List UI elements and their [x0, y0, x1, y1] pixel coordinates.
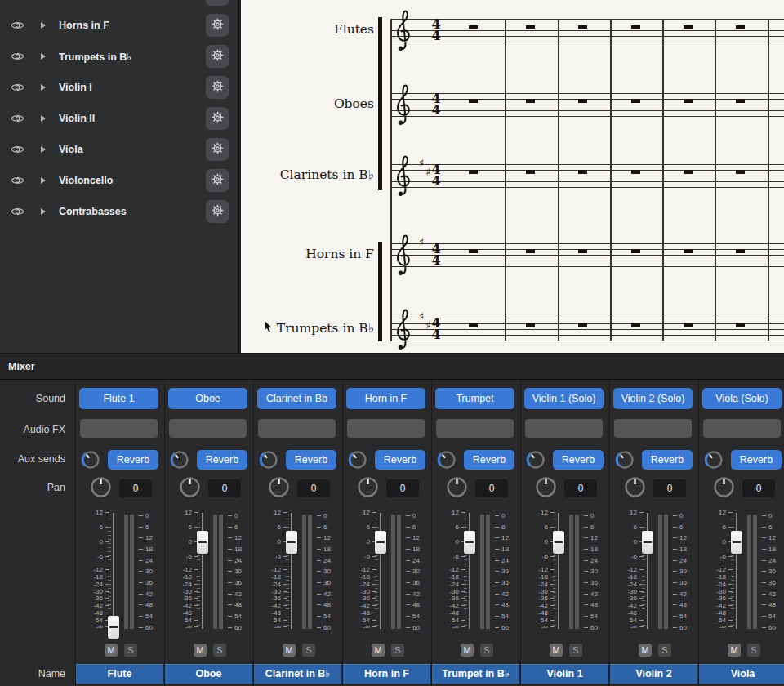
aux-send-knob[interactable]	[615, 450, 635, 470]
solo-button[interactable]: S	[569, 644, 582, 657]
pan-knob[interactable]	[624, 476, 646, 498]
pan-value[interactable]: 0	[386, 479, 419, 497]
aux-send-knob[interactable]	[526, 450, 546, 470]
track-settings-gear-button[interactable]	[206, 200, 229, 223]
fader-handle[interactable]	[464, 531, 475, 554]
sound-button[interactable]: Horn in F	[346, 388, 425, 409]
channel-name-bar[interactable]: Flute	[76, 664, 163, 684]
aux-send-knob[interactable]	[704, 450, 724, 470]
visibility-eye-icon[interactable]	[10, 138, 24, 161]
pan-knob[interactable]	[446, 476, 468, 498]
visibility-eye-icon[interactable]	[10, 76, 24, 99]
audio-fx-slot[interactable]	[614, 419, 692, 438]
mute-button[interactable]: M	[372, 644, 385, 657]
mute-button[interactable]: M	[283, 644, 296, 657]
reverb-send-button[interactable]: Reverb	[286, 450, 336, 470]
channel-name-bar[interactable]: Viola	[699, 664, 784, 684]
sound-button[interactable]: Oboe	[168, 388, 247, 409]
sound-button[interactable]: Clarinet in Bb	[257, 388, 336, 409]
reverb-send-button[interactable]: Reverb	[375, 450, 425, 470]
reverb-send-button[interactable]: Reverb	[108, 450, 158, 470]
solo-button[interactable]: S	[747, 644, 760, 657]
sound-button[interactable]: Flute 1	[79, 388, 158, 409]
track-settings-gear-button[interactable]	[206, 14, 229, 37]
solo-button[interactable]: S	[391, 644, 404, 657]
pan-value[interactable]: 0	[653, 479, 686, 497]
audio-fx-slot[interactable]	[436, 419, 514, 438]
visibility-eye-icon[interactable]	[10, 45, 24, 68]
pan-value[interactable]: 0	[119, 479, 152, 497]
pan-knob[interactable]	[713, 476, 735, 498]
pan-knob[interactable]	[357, 476, 379, 498]
track-settings-gear-button[interactable]	[206, 107, 229, 130]
expand-caret-icon[interactable]	[41, 177, 46, 184]
aux-send-knob[interactable]	[437, 450, 457, 470]
pan-knob[interactable]	[268, 476, 290, 498]
mute-button[interactable]: M	[194, 644, 207, 657]
audio-fx-slot[interactable]	[80, 419, 158, 438]
expand-caret-icon[interactable]	[41, 208, 46, 215]
track-settings-gear-button[interactable]	[206, 45, 229, 68]
audio-fx-slot[interactable]	[169, 419, 247, 438]
audio-fx-slot[interactable]	[347, 419, 425, 438]
expand-caret-icon[interactable]	[41, 146, 46, 153]
reverb-send-button[interactable]: Reverb	[553, 450, 604, 470]
aux-send-knob[interactable]	[348, 450, 368, 470]
audio-fx-slot[interactable]	[258, 419, 336, 438]
channel-name-bar[interactable]: Trumpet in B♭	[432, 664, 519, 684]
visibility-eye-icon[interactable]	[10, 14, 24, 37]
channel-name-bar[interactable]: Clarinet in B♭	[254, 664, 341, 684]
sound-button[interactable]: Viola (Solo)	[702, 388, 782, 409]
track-settings-gear-button[interactable]	[206, 169, 229, 192]
pan-knob[interactable]	[179, 476, 201, 498]
fader-handle[interactable]	[553, 531, 564, 554]
score-area[interactable]: Flutes 4 4 Oboes 4 4 Clarine	[241, 0, 784, 353]
fader-handle[interactable]	[642, 531, 653, 554]
mute-button[interactable]: M	[461, 644, 474, 657]
mute-button[interactable]: M	[105, 644, 118, 657]
channel-name-bar[interactable]: Oboe	[165, 664, 252, 684]
sound-button[interactable]: Violin 1 (Solo)	[524, 388, 604, 409]
fader-track[interactable]	[113, 513, 114, 629]
solo-button[interactable]: S	[480, 644, 493, 657]
sound-button[interactable]: Violin 2 (Solo)	[613, 388, 693, 409]
pan-value[interactable]: 0	[564, 479, 597, 497]
pan-value[interactable]: 0	[742, 479, 775, 497]
channel-name-bar[interactable]: Horn in F	[343, 664, 430, 684]
pan-knob[interactable]	[90, 476, 112, 498]
channel-name-bar[interactable]: Violin 2	[610, 664, 697, 684]
expand-caret-icon[interactable]	[41, 115, 46, 122]
track-settings-gear-button[interactable]	[206, 76, 229, 99]
expand-caret-icon[interactable]	[41, 22, 46, 29]
fader-handle[interactable]	[197, 531, 208, 554]
solo-button[interactable]: S	[302, 644, 315, 657]
mute-button[interactable]: M	[639, 644, 652, 657]
aux-send-knob[interactable]	[259, 450, 278, 470]
solo-button[interactable]: S	[213, 644, 226, 657]
audio-fx-slot[interactable]	[525, 419, 603, 438]
channel-name-bar[interactable]: Violin 1	[521, 664, 608, 684]
visibility-eye-icon[interactable]	[10, 200, 24, 223]
pan-value[interactable]: 0	[297, 479, 330, 497]
visibility-eye-icon[interactable]	[10, 107, 24, 130]
pan-value[interactable]: 0	[208, 479, 241, 497]
mute-button[interactable]: M	[728, 644, 741, 657]
fader-handle[interactable]	[286, 531, 297, 554]
track-settings-gear-button[interactable]	[206, 0, 229, 6]
mute-button[interactable]: M	[550, 644, 563, 657]
reverb-send-button[interactable]: Reverb	[642, 450, 693, 470]
expand-caret-icon[interactable]	[41, 53, 46, 60]
audio-fx-slot[interactable]	[703, 419, 781, 438]
solo-button[interactable]: S	[124, 644, 137, 657]
reverb-send-button[interactable]: Reverb	[464, 450, 514, 470]
sound-button[interactable]: Trumpet	[435, 388, 514, 409]
track-settings-gear-button[interactable]	[206, 138, 229, 161]
expand-caret-icon[interactable]	[41, 84, 46, 91]
fader-handle[interactable]	[375, 531, 386, 554]
aux-send-knob[interactable]	[170, 450, 189, 470]
solo-button[interactable]: S	[658, 644, 671, 657]
reverb-send-button[interactable]: Reverb	[731, 450, 782, 470]
reverb-send-button[interactable]: Reverb	[197, 450, 247, 470]
visibility-eye-icon[interactable]	[10, 169, 24, 192]
fader-handle[interactable]	[108, 616, 119, 639]
